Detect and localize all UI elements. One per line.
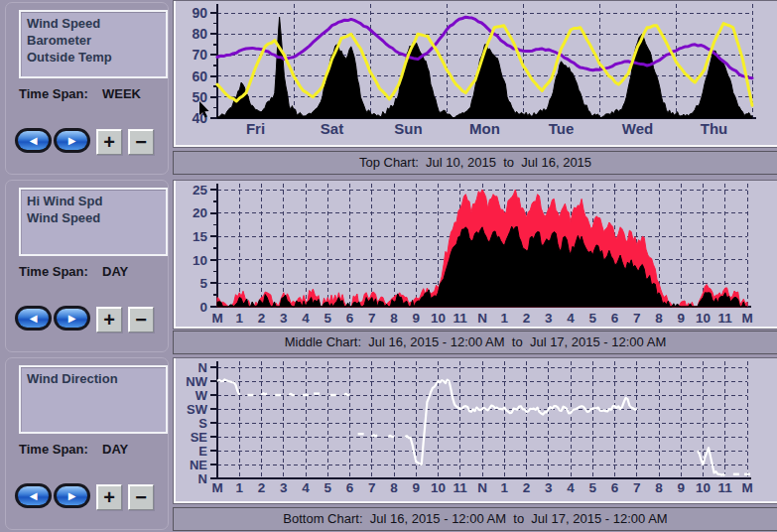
list-item[interactable]: Hi Wind Spd	[27, 193, 166, 209]
svg-text:SE: SE	[191, 430, 208, 445]
svg-text:4: 4	[302, 480, 310, 495]
list-item[interactable]: Outside Temp	[27, 49, 166, 66]
svg-text:11: 11	[453, 311, 468, 326]
section-middle-chart: Hi Wind Spd Wind Speed Time Span: DAY ◀ …	[0, 178, 777, 355]
zoom-out-button[interactable]: −	[128, 307, 154, 332]
svg-text:E: E	[198, 444, 207, 459]
svg-text:7: 7	[633, 311, 641, 326]
left-arrow-icon: ◀	[30, 314, 38, 324]
svg-text:8: 8	[390, 480, 398, 495]
plus-icon: +	[103, 487, 115, 507]
time-span-row: Time Span: DAY	[19, 264, 88, 279]
plus-icon: +	[103, 310, 115, 330]
minus-icon: −	[135, 132, 147, 152]
time-span-row: Time Span: DAY	[19, 442, 88, 457]
svg-text:90: 90	[192, 5, 207, 21]
svg-text:2: 2	[258, 480, 266, 495]
middle-chart-caption: Middle Chart: Jul 16, 2015 - 12:00 AM to…	[173, 331, 777, 354]
svg-text:Wed: Wed	[622, 120, 653, 137]
svg-text:50: 50	[192, 89, 207, 105]
svg-text:2: 2	[258, 311, 266, 326]
svg-text:7: 7	[368, 311, 376, 326]
svg-text:NW: NW	[186, 374, 207, 389]
plus-icon: +	[103, 132, 115, 152]
svg-text:6: 6	[346, 480, 354, 495]
svg-text:10: 10	[431, 480, 446, 495]
svg-text:M: M	[741, 480, 752, 495]
right-arrow-icon: ▶	[68, 491, 76, 501]
svg-text:8: 8	[390, 311, 398, 326]
middle-chart-controls-group: Hi Wind Spd Wind Speed Time Span: DAY ◀ …	[5, 180, 169, 352]
bottom-chart-panel: NNWWSWSSEENENM1234567891011N123456789101…	[173, 357, 777, 504]
zoom-in-button[interactable]: +	[96, 129, 122, 155]
time-span-row: Time Span: WEEK	[19, 86, 88, 101]
svg-text:Sun: Sun	[394, 120, 422, 137]
svg-text:9: 9	[412, 480, 420, 495]
svg-text:80: 80	[192, 26, 207, 42]
svg-text:NE: NE	[190, 458, 207, 472]
list-item[interactable]: Wind Direction	[27, 370, 166, 387]
time-span-value: WEEK	[102, 86, 141, 101]
bottom-chart-canvas: NNWWSWSSEENENM1234567891011N123456789101…	[174, 358, 775, 501]
svg-text:N: N	[477, 311, 487, 326]
svg-text:2: 2	[523, 480, 531, 495]
svg-text:N: N	[198, 471, 207, 486]
svg-text:11: 11	[453, 480, 468, 495]
svg-text:5: 5	[324, 311, 331, 326]
bottom-chart-caption: Bottom Chart: Jul 16, 2015 - 12:00 AM to…	[173, 507, 777, 531]
svg-text:5: 5	[324, 480, 331, 495]
svg-text:5: 5	[199, 276, 207, 291]
svg-text:25: 25	[193, 183, 208, 198]
svg-text:6: 6	[611, 311, 619, 326]
middle-chart-series-listbox[interactable]: Hi Wind Spd Wind Speed	[19, 188, 168, 256]
svg-text:1: 1	[235, 311, 243, 326]
svg-text:3: 3	[545, 480, 553, 495]
list-item[interactable]: Wind Speed	[27, 15, 166, 32]
svg-text:15: 15	[193, 229, 208, 244]
next-period-button[interactable]: ▶	[54, 128, 90, 153]
zoom-in-button[interactable]: +	[96, 484, 122, 510]
prev-period-button[interactable]: ◀	[15, 483, 52, 508]
prev-period-button[interactable]: ◀	[15, 128, 52, 153]
bottom-chart-series-listbox[interactable]: Wind Direction	[19, 365, 168, 434]
svg-text:1: 1	[500, 311, 508, 326]
svg-text:Fri: Fri	[246, 120, 265, 137]
svg-text:2: 2	[523, 311, 531, 326]
prev-period-button[interactable]: ◀	[15, 306, 52, 331]
top-chart-panel: 908070605040FriSatSunMonTueWedThu	[173, 0, 777, 148]
time-span-label: Time Span:	[19, 86, 88, 101]
section-bottom-chart: Wind Direction Time Span: DAY ◀ ▶ + − NN…	[0, 355, 777, 532]
top-chart-caption: Top Chart: Jul 10, 2015 to Jul 16, 2015	[173, 151, 777, 175]
svg-text:W: W	[195, 388, 208, 403]
middle-chart-panel: 2520151050M1234567891011N1234567891011M	[173, 180, 777, 330]
time-span-value: DAY	[102, 442, 128, 457]
weather-app-window: { "window": { "bg": "#9c96ae", "panel_bg…	[0, 0, 777, 532]
svg-text:4: 4	[567, 311, 575, 326]
zoom-out-button[interactable]: −	[128, 129, 154, 155]
section-top-chart: Wind Speed Barometer Outside Temp Time S…	[0, 0, 777, 178]
svg-text:M: M	[211, 311, 222, 326]
time-span-label: Time Span:	[19, 442, 88, 457]
list-item[interactable]: Wind Speed	[27, 209, 166, 226]
svg-text:11: 11	[718, 480, 733, 495]
left-arrow-icon: ◀	[30, 491, 38, 501]
minus-icon: −	[135, 487, 147, 507]
zoom-out-button[interactable]: −	[128, 484, 154, 510]
svg-text:1: 1	[500, 480, 508, 495]
svg-text:N: N	[477, 480, 487, 495]
time-span-value: DAY	[102, 264, 128, 279]
right-arrow-icon: ▶	[68, 136, 76, 146]
zoom-in-button[interactable]: +	[96, 307, 122, 332]
next-period-button[interactable]: ▶	[54, 306, 90, 331]
svg-text:0: 0	[199, 300, 207, 315]
svg-text:M: M	[741, 311, 752, 326]
svg-text:9: 9	[677, 311, 685, 326]
top-chart-series-listbox[interactable]: Wind Speed Barometer Outside Temp	[19, 10, 168, 78]
svg-text:SW: SW	[187, 402, 208, 417]
svg-text:60: 60	[192, 68, 207, 84]
list-item[interactable]: Barometer	[27, 32, 166, 49]
svg-text:20: 20	[193, 205, 207, 220]
svg-text:9: 9	[412, 311, 420, 326]
svg-text:Mon: Mon	[469, 120, 500, 137]
next-period-button[interactable]: ▶	[54, 483, 90, 508]
